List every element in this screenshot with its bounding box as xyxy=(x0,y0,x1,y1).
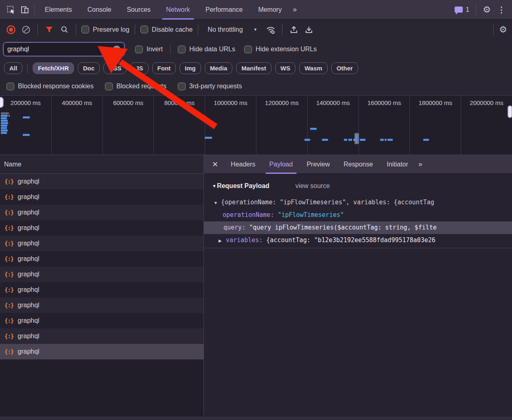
blocked-requests-checkbox[interactable] xyxy=(105,83,113,90)
view-source-link[interactable]: view source xyxy=(295,182,330,190)
table-row[interactable]: {:}graphql xyxy=(0,344,203,359)
table-row[interactable]: {:}graphql xyxy=(0,236,203,251)
table-row[interactable]: {:}graphql xyxy=(0,267,203,282)
chip-img[interactable]: Img xyxy=(179,62,201,74)
clear-network-log-button[interactable] xyxy=(20,24,32,36)
hide-data-urls-checkbox[interactable] xyxy=(178,46,186,53)
details-more-tabs-icon[interactable]: » xyxy=(415,160,425,168)
details-tab-response[interactable]: Response xyxy=(338,155,378,174)
timeline-tick-label: 600000 ms xyxy=(103,99,154,106)
disable-cache-toggle[interactable]: Disable cache xyxy=(140,26,193,33)
hide-extension-urls-toggle[interactable]: Hide extension URLs xyxy=(244,46,317,53)
clear-filter-icon[interactable]: ✕ xyxy=(113,46,120,53)
request-name: graphql xyxy=(18,209,39,216)
table-row[interactable]: {:}graphql xyxy=(0,328,203,344)
network-filter-input[interactable]: graphql ✕ xyxy=(3,42,125,56)
issues-indicator[interactable]: 1 xyxy=(455,6,469,13)
chip-fetch-xhr[interactable]: Fetch/XHR xyxy=(33,62,74,74)
import-har-icon[interactable] xyxy=(288,24,300,36)
preserve-log-label: Preserve log xyxy=(93,26,129,33)
hide-extension-urls-checkbox[interactable] xyxy=(244,46,252,53)
record-network-log-button[interactable] xyxy=(5,24,17,36)
chip-wasm[interactable]: Wasm xyxy=(299,62,328,74)
more-tabs-icon[interactable]: » xyxy=(289,5,299,14)
network-settings-gear-icon[interactable]: ⚙ xyxy=(499,25,507,34)
chip-css[interactable]: CSS xyxy=(103,62,127,74)
network-conditions-icon[interactable] xyxy=(265,24,277,36)
timeline-overview[interactable]: 200000 ms400000 ms600000 ms800000 ms1000… xyxy=(0,95,512,155)
settings-gear-icon[interactable]: ⚙ xyxy=(483,5,491,14)
details-tab-payload[interactable]: Payload xyxy=(264,155,298,174)
table-row[interactable]: {:}graphql xyxy=(0,251,203,267)
payload-line[interactable]: query: "query ipFlowTimeseries($accountT… xyxy=(204,221,512,234)
chip-all[interactable]: All xyxy=(4,62,22,74)
throttling-select[interactable]: No throttling ▼ xyxy=(203,26,261,33)
request-payload-title: Request Payload xyxy=(217,182,269,190)
table-row[interactable]: {:}graphql xyxy=(0,205,203,220)
invert-toggle[interactable]: Invert xyxy=(135,46,163,53)
divider xyxy=(27,63,28,73)
details-tab-headers[interactable]: Headers xyxy=(225,155,260,174)
payload-line[interactable]: ▶variables: {accountTag: "b12e3b2192ee55… xyxy=(204,234,512,247)
divider xyxy=(34,4,35,15)
table-row[interactable]: {:}graphql xyxy=(0,189,203,205)
details-tab-initiator[interactable]: Initiator xyxy=(381,155,413,174)
blocked-requests-toggle[interactable]: Blocked requests xyxy=(105,83,166,90)
chip-js[interactable]: JS xyxy=(130,62,148,74)
divider xyxy=(476,4,476,15)
search-icon[interactable] xyxy=(58,24,70,36)
waterfall-bar xyxy=(205,137,212,139)
payload-key: variables: xyxy=(226,236,266,244)
preserve-log-toggle[interactable]: Preserve log xyxy=(81,26,129,33)
table-row[interactable]: {:}graphql xyxy=(0,313,203,328)
third-party-requests-checkbox[interactable] xyxy=(178,83,186,90)
tab-sources[interactable]: Sources xyxy=(121,0,156,20)
table-row[interactable]: {:}graphql xyxy=(0,220,203,236)
tab-performance[interactable]: Performance xyxy=(200,0,248,20)
device-toolbar-icon[interactable] xyxy=(18,4,32,16)
table-row[interactable]: {:}graphql xyxy=(0,174,203,189)
network-main-area: Name {:}graphql{:}graphql{:}graphql{:}gr… xyxy=(0,155,512,416)
name-column-header[interactable]: Name xyxy=(0,155,203,174)
section-collapse-triangle-icon[interactable]: ▼ xyxy=(212,184,217,188)
chip-doc[interactable]: Doc xyxy=(78,62,100,74)
divider xyxy=(135,24,135,35)
chip-ws[interactable]: WS xyxy=(275,62,295,74)
third-party-requests-toggle[interactable]: 3rd-party requests xyxy=(178,83,242,90)
blocked-response-cookies-toggle[interactable]: Blocked response cookies xyxy=(7,83,94,90)
filter-icon[interactable] xyxy=(43,24,55,36)
table-row[interactable]: {:}graphql xyxy=(0,298,203,313)
request-name: graphql xyxy=(18,240,39,247)
tab-memory[interactable]: Memory xyxy=(253,0,287,20)
inspect-element-icon[interactable] xyxy=(4,4,18,16)
hide-data-urls-toggle[interactable]: Hide data URLs xyxy=(178,46,235,53)
tab-network[interactable]: Network xyxy=(161,0,195,20)
export-har-icon[interactable] xyxy=(303,24,315,36)
tab-elements[interactable]: Elements xyxy=(39,0,77,20)
timeline-column: 1400000 ms xyxy=(307,96,359,155)
request-name: graphql xyxy=(18,224,39,232)
disclosure-triangle-icon[interactable]: ▶ xyxy=(219,234,226,247)
preserve-log-checkbox[interactable] xyxy=(81,26,89,33)
timeline-column: 800000 ms xyxy=(153,96,205,155)
more-options-icon[interactable]: ⋮ xyxy=(495,5,508,15)
chip-manifest[interactable]: Manifest xyxy=(236,62,271,74)
close-details-icon[interactable]: ✕ xyxy=(208,160,224,169)
payload-line[interactable]: ▼{operationName: "ipFlowTimeseries", var… xyxy=(204,196,512,209)
chip-other[interactable]: Other xyxy=(331,62,358,74)
json-braces-icon: {:} xyxy=(4,194,13,200)
request-details-pane: ✕ HeadersPayloadPreviewResponseInitiator… xyxy=(204,155,512,416)
blocked-response-cookies-checkbox[interactable] xyxy=(7,83,14,90)
invert-checkbox[interactable] xyxy=(135,46,143,53)
disclosure-triangle-icon[interactable]: ▼ xyxy=(214,197,221,209)
details-tab-preview[interactable]: Preview xyxy=(301,155,335,174)
table-row[interactable]: {:}graphql xyxy=(0,282,203,298)
requests-rows: {:}graphql{:}graphql{:}graphql{:}graphql… xyxy=(0,174,203,359)
chip-font[interactable]: Font xyxy=(152,62,176,74)
chip-media[interactable]: Media xyxy=(205,62,233,74)
request-payload-header[interactable]: ▼ Request Payload view source xyxy=(204,179,512,192)
network-toolbar: Preserve log Disable cache No throttling… xyxy=(0,20,512,39)
tab-console[interactable]: Console xyxy=(82,0,117,20)
disable-cache-checkbox[interactable] xyxy=(140,26,148,33)
payload-line[interactable]: operationName: "ipFlowTimeseries" xyxy=(204,209,512,221)
